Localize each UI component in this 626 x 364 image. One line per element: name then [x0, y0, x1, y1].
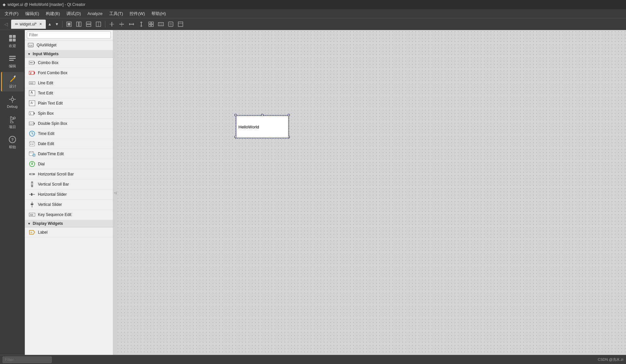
sidebar-btn-project[interactable]: 项目: [1, 112, 24, 132]
svg-rect-72: [29, 141, 35, 146]
widget-item-plain-text-edit[interactable]: A Plain Text Edit: [25, 98, 113, 108]
menu-debug[interactable]: 调试(D): [63, 9, 84, 18]
bottom-filter-input[interactable]: [3, 356, 52, 363]
svg-rect-21: [151, 25, 153, 26]
canvas-grid: [113, 30, 626, 355]
widget-list: AX QAxWidget ▼ Input Widgets Combo Box: [25, 40, 113, 355]
widget-item-combobox[interactable]: Combo Box: [25, 58, 113, 68]
section-arrow-display: ▼: [27, 222, 31, 225]
widget-item-dial[interactable]: Dial: [25, 159, 113, 169]
title-bar-text: widget.ui @ HelloWorld [master] - Qt Cre…: [8, 2, 85, 7]
toolbar-btn-1[interactable]: [64, 20, 74, 29]
widget-panel: AX QAxWidget ▼ Input Widgets Combo Box: [25, 30, 113, 355]
menu-analyze[interactable]: Analyze: [84, 10, 106, 17]
svg-rect-1: [68, 23, 70, 25]
widget-item-hscrollbar[interactable]: Horizontal Scroll Bar: [25, 169, 113, 179]
menu-edit[interactable]: 编辑(E): [22, 9, 43, 18]
widget-item-double-spin-box[interactable]: 1.2 Double Spin Box: [25, 119, 113, 129]
section-arrow-input: ▼: [27, 52, 31, 56]
toolbar-btn-6[interactable]: [117, 20, 126, 29]
svg-text:AX: AX: [29, 44, 33, 47]
tab-up-arrow[interactable]: ▲: [46, 21, 53, 27]
widget-item-spin-box[interactable]: 1 Spin Box: [25, 108, 113, 119]
double-spin-box-label: Double Spin Box: [38, 121, 67, 126]
toolbar-separator-2: [105, 21, 105, 27]
toolbar-btn-12[interactable]: [176, 20, 185, 29]
widget-item-datetime-edit[interactable]: Date/Time Edit: [25, 149, 113, 159]
date-edit-label: Date Edit: [38, 141, 54, 146]
toolbar: ◁ ✏ widget.ui* ✕ ▲ ▼: [0, 18, 626, 30]
design-icon: [9, 75, 17, 83]
widget-item-date-edit[interactable]: Date Edit: [25, 139, 113, 149]
menu-build[interactable]: 构建(B): [43, 9, 63, 18]
section-input-widgets[interactable]: ▼ Input Widgets: [25, 50, 113, 58]
tab-close-icon[interactable]: ✕: [39, 22, 42, 26]
svg-rect-35: [9, 58, 16, 59]
toolbar-btn-4[interactable]: [94, 20, 103, 29]
svg-text:?: ?: [11, 137, 14, 142]
tab-down-arrow[interactable]: ▼: [54, 21, 60, 27]
menu-widgets[interactable]: 控件(W): [126, 9, 148, 18]
font-combobox-label: Font Combo Box: [38, 71, 67, 75]
toolbar-tab-widget-ui[interactable]: ✏ widget.ui* ✕: [11, 20, 46, 29]
svg-rect-32: [9, 39, 12, 41]
menu-tools[interactable]: 工具(T): [106, 9, 127, 18]
widget-item-hslider[interactable]: Horizontal Slider: [25, 190, 113, 200]
svg-rect-5: [86, 25, 91, 26]
time-edit-label: Time Edit: [38, 131, 54, 136]
helloworld-widget[interactable]: HelloWorld: [236, 116, 288, 138]
menu-file[interactable]: 文件(F): [1, 9, 22, 18]
widget-item-key-sequence[interactable]: ABl Key Sequence Edit: [25, 210, 113, 220]
widget-item-font-combobox[interactable]: F Font Combo Box: [25, 68, 113, 78]
combobox-icon: [29, 59, 35, 66]
double-spin-box-icon: 1.2: [29, 120, 35, 127]
toolbar-btn-10[interactable]: [156, 20, 165, 29]
sidebar-label-project: 项目: [9, 124, 16, 129]
date-edit-icon: [29, 141, 35, 147]
svg-line-84: [34, 155, 35, 156]
widget-item-line-edit[interactable]: ABl Line Edit: [25, 78, 113, 88]
toolbar-back-btn[interactable]: ◁: [1, 20, 10, 29]
widget-item-vscrollbar[interactable]: Vertical Scroll Bar: [25, 179, 113, 190]
sidebar-btn-welcome[interactable]: 欢迎: [1, 31, 24, 51]
widget-item-time-edit[interactable]: Time Edit: [25, 129, 113, 139]
hscrollbar-label: Horizontal Scroll Bar: [38, 172, 74, 176]
toolbar-btn-7[interactable]: [127, 20, 136, 29]
toolbar-btn-11[interactable]: [166, 20, 175, 29]
widget-filter-input[interactable]: [27, 31, 111, 39]
project-icon: [9, 115, 16, 123]
section-display-widgets[interactable]: ▼ Display Widgets: [25, 220, 113, 227]
widget-item-qax[interactable]: AX QAxWidget: [25, 40, 113, 50]
sidebar-btn-edit[interactable]: 编辑: [1, 52, 24, 71]
label-icon: A: [29, 229, 35, 236]
svg-text:A: A: [30, 231, 32, 234]
widget-item-text-edit[interactable]: A Text Edit: [25, 88, 113, 98]
sidebar-btn-debug[interactable]: Debug: [1, 92, 24, 112]
toolbar-btn-3[interactable]: [84, 20, 93, 29]
helloworld-text: HelloWorld: [238, 124, 259, 129]
combobox-label: Combo Box: [38, 60, 59, 65]
svg-rect-78: [29, 152, 34, 156]
debug-icon: [9, 95, 16, 103]
sidebar-label-design: 设计: [9, 84, 16, 89]
sidebar-label-help: 帮助: [9, 145, 16, 150]
canvas-scroll-left[interactable]: ◁: [113, 30, 118, 355]
canvas-area[interactable]: ◁ HelloWorld: [113, 30, 626, 355]
plain-text-edit-icon: A: [29, 100, 35, 107]
key-sequence-icon: ABl: [29, 211, 35, 218]
sidebar-btn-help[interactable]: ? 帮助: [1, 133, 24, 152]
widget-item-label[interactable]: A Label: [25, 227, 113, 238]
toolbar-btn-5[interactable]: [107, 20, 116, 29]
spin-box-icon: 1: [29, 110, 35, 117]
svg-marker-16: [140, 22, 143, 23]
svg-text:ABl: ABl: [30, 214, 33, 216]
time-edit-icon: [29, 130, 35, 137]
widget-item-vslider[interactable]: Vertical Slider: [25, 200, 113, 210]
menu-help[interactable]: 帮助(H): [148, 9, 169, 18]
toolbar-btn-9[interactable]: [147, 20, 156, 29]
toolbar-btn-8[interactable]: [137, 20, 146, 29]
sidebar-btn-design[interactable]: 设计: [1, 72, 24, 91]
svg-text:1.2: 1.2: [29, 123, 33, 125]
toolbar-btn-2[interactable]: [74, 20, 83, 29]
svg-rect-3: [79, 22, 81, 26]
